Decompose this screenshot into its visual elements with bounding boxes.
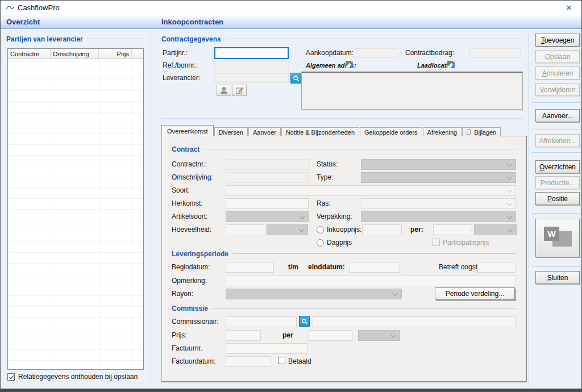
paperclip-icon (467, 128, 472, 136)
ras-select[interactable] (361, 198, 516, 209)
inkoopprijs-radio[interactable] (317, 226, 324, 233)
column-gridline (51, 59, 51, 369)
button-aanvoer[interactable]: Aanvoer... (535, 109, 580, 122)
tab-bijlagen[interactable]: Bijlagen (462, 127, 501, 136)
commissie-prijs-input[interactable] (226, 330, 261, 341)
maps-icon[interactable] (447, 60, 455, 70)
tab-label: Notitie & Bijzonderheden (286, 129, 355, 136)
search-icon (301, 318, 308, 325)
factuurnr-input[interactable] (226, 343, 308, 354)
aankoopdatum-label: Aankoopdatum: (306, 48, 354, 58)
tab-gekoppelde-orders[interactable]: Gekoppelde orders (360, 127, 422, 136)
omschrijving-input (226, 172, 309, 183)
overeenkomst-tab-panel: Contract Contractnr.: Status: Omschrijvi… (161, 136, 527, 382)
oogstjaar-input[interactable] (477, 262, 516, 273)
commissie-per-input[interactable] (309, 330, 352, 341)
edit-icon (235, 86, 244, 94)
chevron-down-icon (507, 174, 513, 180)
section-rule (232, 253, 516, 254)
panel-divider (151, 32, 151, 386)
tab-notitie-bijzonderheden[interactable]: Notitie & Bijzonderheden (281, 127, 359, 136)
supplier-contact-button[interactable] (217, 85, 231, 96)
contractnr-input (226, 159, 309, 170)
contracts-table[interactable]: Contractnr Omschrijving Prijs (7, 48, 144, 370)
column-gridline (132, 59, 132, 369)
partijnr-input[interactable] (214, 47, 289, 59)
column-header-omschrijving[interactable]: Omschrijving (51, 49, 99, 59)
type-label: Type: (317, 172, 333, 183)
type-select (361, 172, 516, 183)
per-label: per: (410, 224, 423, 235)
betaald-checkbox[interactable] (278, 357, 285, 364)
button-overzichten[interactable]: Overzichten (535, 160, 580, 173)
dagprijs-radio[interactable] (317, 239, 324, 247)
omschrijving-label: Omschrijving: (172, 172, 213, 183)
einddatum-input[interactable] (350, 262, 400, 273)
contractbedrag-input (469, 48, 521, 58)
button-positie[interactable]: Positie (535, 192, 580, 205)
commissionair-input[interactable] (226, 316, 297, 327)
inkoopprijs-label: Inkoopprijs: (327, 224, 361, 235)
remember-relation-checkbox[interactable] (7, 373, 15, 381)
inkoopprijs-input[interactable] (362, 224, 402, 235)
periode-verdeling-button[interactable]: Periode verdeling... (435, 287, 515, 300)
chevron-down-icon (508, 226, 513, 232)
hoeveelheid-unit-select (267, 224, 308, 235)
maps-icon[interactable] (346, 60, 353, 70)
table-body[interactable] (8, 59, 143, 369)
opmerking-label: Opmerking: (172, 276, 207, 286)
factuurdatum-input[interactable] (226, 356, 271, 367)
ref-bonnr-input (214, 61, 289, 70)
tab-strip: OvereenkomstDiversenAanvoerNotitie & Bij… (161, 125, 501, 136)
leverancier-input (214, 73, 289, 83)
tab-label: Afrekening (427, 129, 458, 136)
column-header-contractnr[interactable]: Contractnr (8, 49, 51, 59)
edit-supplier-button[interactable] (232, 85, 247, 96)
button-sluiten[interactable]: Sluiten (535, 271, 580, 284)
tab-aanvoer[interactable]: Aanvoer (248, 127, 281, 136)
inkoopprijs-per-input[interactable] (433, 224, 471, 235)
tab-label: Gekoppelde orders (364, 129, 418, 136)
leverancier-search-button[interactable] (290, 73, 301, 84)
search-icon (293, 75, 300, 82)
hoeveelheid-label: Hoeveelheid: (172, 224, 211, 235)
commissie-per-label: per (282, 330, 293, 341)
leveringsperiode-section-header: Leveringsperiode (172, 249, 516, 258)
contracts-panel-title: Inkoopcontracten (161, 15, 223, 28)
button-word-export[interactable]: W (535, 219, 580, 257)
button-group-divider (532, 130, 581, 130)
commissionair-search-button[interactable] (299, 316, 310, 327)
column-header-prijs[interactable]: Prijs (99, 49, 132, 59)
button-column-divider (529, 32, 529, 386)
rayon-label: Rayon: (172, 289, 193, 299)
commissie-section-header: Commissie (172, 304, 516, 312)
contract-section-header: Contractgegevens (161, 35, 523, 43)
remember-relation-row: Relatiegegevens onthouden bij opslaan (7, 373, 138, 381)
soort-select[interactable] (226, 185, 516, 196)
verpakking-label: Verpakking: (317, 211, 352, 222)
button-toevoegen[interactable]: Toevoegen (535, 34, 580, 47)
word-document-icon: W (541, 224, 575, 252)
contract-subsection-header: Contract (172, 145, 516, 153)
begindatum-input[interactable] (226, 262, 274, 273)
button-group-divider (532, 152, 581, 153)
tab-diversen[interactable]: Diversen (214, 127, 248, 136)
artikelsoort-select (226, 211, 309, 222)
word-letter-tile: W (544, 227, 559, 241)
button-group-divider (532, 266, 581, 267)
contractnr-label: Contractnr.: (172, 159, 207, 170)
herkomst-label: Herkomst: (172, 198, 203, 209)
tab-afrekening[interactable]: Afrekening (423, 127, 462, 136)
hoeveelheid-input[interactable] (226, 224, 265, 235)
action-button-column: ToevoegenOpslaanAnnulerenVerwijderenAanv… (535, 1, 580, 392)
herkomst-input[interactable] (226, 198, 309, 209)
app-window: CashflowPro × Overzicht Inkoopcontracten… (0, 0, 582, 392)
tab-overeenkomst[interactable]: Overeenkomst (161, 125, 214, 136)
rayon-select (226, 289, 402, 299)
button-verwijderen: Verwijderen (535, 83, 580, 96)
window-title: CashflowPro (18, 3, 60, 12)
chevron-down-icon (507, 161, 513, 166)
opmerking-input[interactable] (226, 276, 516, 286)
einddatum-label: einddatum: (308, 262, 345, 273)
partijnr-label: Partijnr.: (163, 48, 188, 58)
